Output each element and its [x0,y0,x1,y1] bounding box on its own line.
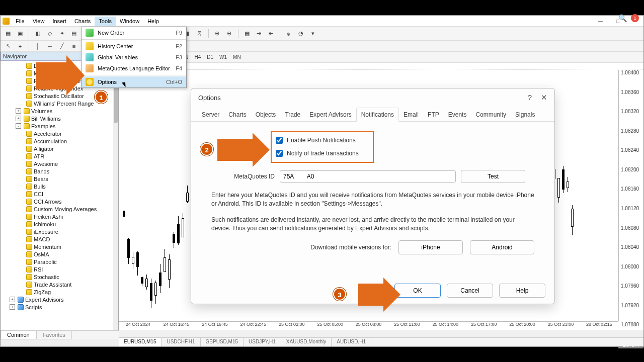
example-item[interactable]: Heiken Ashi [1,213,118,220]
example-item[interactable]: ATR [1,152,118,160]
expand-icon[interactable]: - [16,123,21,129]
trendline-icon[interactable]: ╱ [56,41,67,52]
profiles-icon[interactable]: ▣ [15,28,26,39]
example-item[interactable]: Bands [1,167,118,175]
expand-icon[interactable]: + [16,116,21,121]
example-item[interactable]: ZigZag [1,288,118,296]
menu-insert[interactable]: Insert [48,17,70,26]
example-item[interactable]: Custom Moving Averages [1,205,118,213]
menu-charts[interactable]: Charts [70,17,95,26]
example-item[interactable]: iExposure [1,228,118,235]
dialog-tab-events[interactable]: Events [444,108,471,121]
example-item[interactable]: MACD [1,235,118,243]
menu-item-metaquotes language editor[interactable]: MetaQuotes Language EditorF4 [82,63,186,74]
cancel-button[interactable]: Cancel [447,284,493,298]
indicators-icon[interactable]: ⎈ [283,28,294,39]
example-item[interactable]: Accelerator [1,130,118,137]
line-chart-icon[interactable]: ⩞ [194,28,205,39]
chart-tab-xauusd[interactable]: XAUUSD,Monthly [281,338,332,346]
new-chart-icon[interactable]: ▦ [3,28,14,39]
help-button[interactable]: Help [499,284,545,298]
dialog-tab-ftp[interactable]: FTP [423,108,444,121]
dialog-close-icon[interactable]: ✕ [541,93,547,102]
dialog-tab-trade[interactable]: Trade [280,108,305,121]
example-item[interactable]: Trade Assistant [1,281,118,288]
menu-item-global variables[interactable]: Global VariablesF3 [82,52,186,63]
period-mn[interactable]: MN [230,53,244,61]
menu-item-new order[interactable]: New OrderF9 [82,27,186,38]
example-item[interactable]: Bears [1,175,118,183]
example-item[interactable]: Parabolic [1,258,118,265]
indicator-group[interactable]: +Bill Williams [1,115,118,122]
chart-shift-icon[interactable]: ⇤ [266,28,277,39]
templates-icon[interactable]: ▾ [307,28,318,39]
chart-tab-usdjpy[interactable]: USDJPY,H1 [244,338,281,346]
example-item[interactable]: Stochastic [1,273,118,281]
android-button[interactable]: Android [470,240,534,254]
expand-icon[interactable]: + [10,297,15,302]
navigator-tab-common[interactable]: Common [1,331,36,339]
example-item[interactable]: Awesome [1,160,118,167]
data-window-icon[interactable]: ◇ [44,28,55,39]
menu-item-options[interactable]: OptionsCtrl+O [82,76,186,87]
metaquotes-id-input[interactable] [280,170,456,183]
navigator-scrollbar[interactable] [113,61,118,330]
indicator-group[interactable]: -Examples [1,122,118,130]
menu-view[interactable]: View [29,17,49,26]
vertical-line-icon[interactable]: │ [32,41,43,52]
dialog-tab-expert advisors[interactable]: Expert Advisors [305,108,356,121]
period-h4[interactable]: H4 [192,53,204,61]
cursor-icon[interactable]: ↖ [3,41,14,52]
period-d1[interactable]: D1 [204,53,216,61]
dialog-tab-email[interactable]: Email [399,108,423,121]
search-icon[interactable]: 🔍 [618,14,627,22]
iphone-button[interactable]: iPhone [398,240,463,254]
example-item[interactable]: CCI Arrows [1,198,118,205]
menu-window[interactable]: Window [116,17,143,26]
example-item[interactable]: RSI [1,265,118,273]
test-button[interactable]: Test [461,170,525,183]
navigator-icon[interactable]: ✦ [56,28,67,39]
zoom-out-icon[interactable]: ⊖ [224,28,235,39]
chart-tab-eurusd[interactable]: EURUSD,M15 [119,338,162,346]
menu-tools[interactable]: Tools [95,17,116,26]
navigator-tab-favorites[interactable]: Favorites [36,331,72,339]
dialog-tab-objects[interactable]: Objects [251,108,281,121]
example-item[interactable]: Alligator [1,145,118,152]
terminal-icon[interactable]: ▤ [68,28,79,39]
tile-windows-icon[interactable]: ▦ [242,28,253,39]
chart-tab-usdchf[interactable]: USDCHF,H1 [162,338,200,346]
example-item[interactable]: Accumulation [1,137,118,145]
notification-badge[interactable]: 1 [631,14,639,22]
window-minimize[interactable]: — [592,16,609,27]
example-item[interactable]: Bulls [1,183,118,190]
market-watch-icon[interactable]: ◧ [32,28,43,39]
zoom-in-icon[interactable]: ⊕ [212,28,223,39]
nav-root-item[interactable]: +Scripts [1,303,118,311]
example-item[interactable]: OsMA [1,250,118,258]
ok-button[interactable]: OK [394,284,441,298]
crosshair-icon[interactable]: + [15,41,26,52]
example-item[interactable]: Momentum [1,243,118,250]
dialog-tab-notifications[interactable]: Notifications [356,108,399,122]
notify-trade-checkbox[interactable] [276,150,283,157]
dialog-help-icon[interactable]: ? [528,93,532,102]
menu-help[interactable]: Help [143,17,163,26]
dialog-tab-signals[interactable]: Signals [511,108,539,121]
menu-item-history center[interactable]: History CenterF2 [82,41,186,52]
horizontal-line-icon[interactable]: ─ [44,41,55,52]
nav-root-item[interactable]: +Expert Advisors [1,296,118,303]
dialog-tab-server[interactable]: Server [197,108,224,121]
period-w1[interactable]: W1 [216,53,230,61]
menu-file[interactable]: File [12,17,29,26]
expand-icon[interactable]: + [10,304,15,310]
periods-icon[interactable]: ◔ [295,28,306,39]
indicator-group[interactable]: +Volumes [1,107,118,115]
dialog-tab-community[interactable]: Community [471,108,511,121]
example-item[interactable]: Ichimoku [1,220,118,228]
dialog-tab-charts[interactable]: Charts [224,108,251,121]
expand-icon[interactable]: + [16,108,21,114]
channel-icon[interactable]: ≡ [68,41,79,52]
auto-scroll-icon[interactable]: ⇥ [254,28,265,39]
enable-push-checkbox[interactable] [276,137,283,144]
